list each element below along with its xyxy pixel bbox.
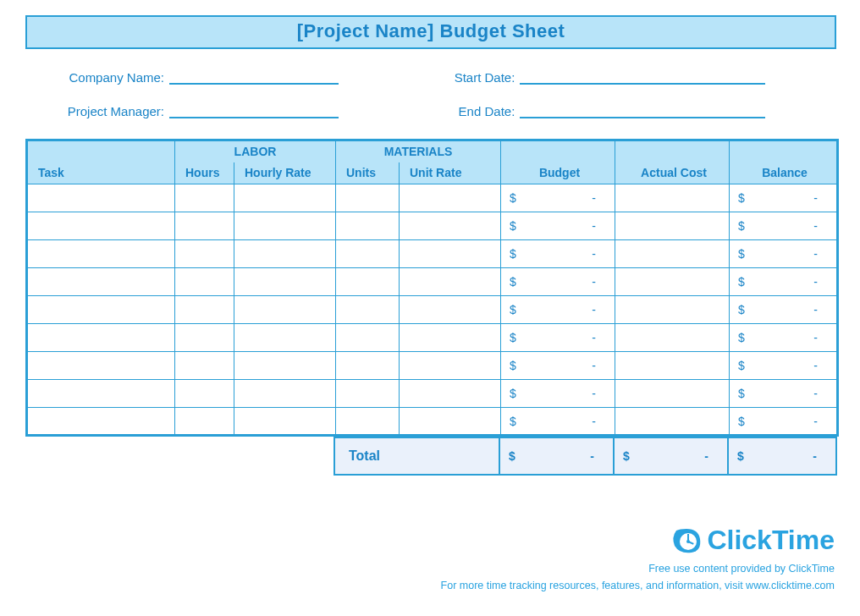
total-actual: $- (614, 437, 728, 475)
cell[interactable]: $- (730, 380, 838, 408)
cell[interactable] (27, 240, 175, 268)
cell[interactable] (615, 380, 730, 408)
actual-cost-header: Actual Cost (615, 162, 730, 184)
cell[interactable] (400, 296, 501, 324)
cell[interactable]: $- (730, 296, 838, 324)
budget-header: Budget (501, 162, 615, 184)
cell[interactable] (234, 212, 336, 240)
cell[interactable]: $- (730, 268, 838, 296)
cell[interactable]: $- (730, 184, 838, 212)
cell[interactable] (400, 352, 501, 380)
cell[interactable]: $- (730, 352, 838, 380)
cell[interactable] (175, 408, 234, 436)
project-manager-input[interactable] (169, 103, 339, 118)
cell[interactable] (27, 324, 175, 352)
table-row: $-$- (27, 184, 838, 212)
cell[interactable]: $- (501, 184, 615, 212)
cell[interactable]: $- (730, 212, 838, 240)
cell[interactable]: $- (730, 408, 838, 436)
table-row: $-$- (27, 296, 838, 324)
cell[interactable] (615, 324, 730, 352)
cell[interactable]: $- (501, 212, 615, 240)
cell[interactable] (336, 184, 400, 212)
cell[interactable] (400, 324, 501, 352)
project-manager-label: Project Manager: (25, 104, 169, 118)
end-date-input[interactable] (520, 103, 765, 118)
cell[interactable] (400, 240, 501, 268)
cell[interactable]: $- (501, 268, 615, 296)
materials-header: MATERIALS (336, 140, 501, 162)
total-balance: $- (728, 437, 836, 475)
unit-rate-header: Unit Rate (400, 162, 501, 184)
cell[interactable] (615, 352, 730, 380)
cell[interactable] (175, 268, 234, 296)
cell[interactable] (615, 408, 730, 436)
footer-line-2: For more time tracking resources, featur… (441, 580, 835, 591)
cell[interactable] (336, 324, 400, 352)
cell[interactable] (175, 352, 234, 380)
cell[interactable] (336, 268, 400, 296)
cell[interactable]: $- (501, 324, 615, 352)
cell[interactable] (400, 184, 501, 212)
cell[interactable]: $- (501, 352, 615, 380)
cell[interactable] (175, 324, 234, 352)
cell[interactable] (615, 240, 730, 268)
cell[interactable] (336, 408, 400, 436)
task-header: Task (27, 162, 175, 184)
cell[interactable] (234, 240, 336, 268)
cell[interactable]: $- (501, 240, 615, 268)
cell[interactable] (234, 268, 336, 296)
labor-header: LABOR (175, 140, 336, 162)
cell[interactable] (175, 380, 234, 408)
cell[interactable] (400, 408, 501, 436)
start-date-input[interactable] (520, 69, 765, 85)
footer: ClickTime Free use content provided by C… (441, 525, 835, 591)
company-name-input[interactable] (169, 69, 339, 85)
cell[interactable] (234, 184, 336, 212)
title-bar: [Project Name] Budget Sheet (25, 15, 836, 49)
cell[interactable] (336, 296, 400, 324)
cell[interactable] (400, 380, 501, 408)
cell[interactable] (336, 240, 400, 268)
cell[interactable] (175, 240, 234, 268)
table-row: $-$- (27, 352, 838, 380)
cell[interactable]: $- (501, 380, 615, 408)
company-name-label: Company Name: (25, 70, 169, 85)
table-row: $-$- (27, 408, 838, 436)
cell[interactable] (615, 296, 730, 324)
total-budget: $- (499, 437, 614, 475)
cell[interactable] (615, 212, 730, 240)
clicktime-logo: ClickTime (671, 525, 835, 556)
cell[interactable] (234, 296, 336, 324)
clock-icon (671, 527, 702, 554)
cell[interactable]: $- (730, 324, 838, 352)
cell[interactable] (175, 296, 234, 324)
table-row: $-$- (27, 324, 838, 352)
cell[interactable]: $- (501, 296, 615, 324)
footer-line-1: Free use content provided by ClickTime (441, 563, 835, 575)
cell[interactable] (27, 352, 175, 380)
cell[interactable] (27, 408, 175, 436)
cell[interactable] (175, 212, 234, 240)
cell[interactable] (27, 268, 175, 296)
cell[interactable] (336, 352, 400, 380)
cell[interactable] (27, 184, 175, 212)
cell[interactable] (234, 324, 336, 352)
cell[interactable] (336, 380, 400, 408)
cell[interactable] (234, 352, 336, 380)
cell[interactable] (175, 184, 234, 212)
cell[interactable] (400, 212, 501, 240)
cell[interactable] (615, 184, 730, 212)
cell[interactable] (27, 296, 175, 324)
cell[interactable]: $- (730, 240, 838, 268)
svg-rect-2 (687, 534, 689, 542)
cell[interactable] (27, 380, 175, 408)
cell[interactable] (234, 380, 336, 408)
cell[interactable] (400, 268, 501, 296)
cell[interactable] (234, 408, 336, 436)
cell[interactable] (336, 212, 400, 240)
cell[interactable]: $- (501, 408, 615, 436)
cell[interactable] (27, 212, 175, 240)
table-row: $-$- (27, 212, 838, 240)
cell[interactable] (615, 268, 730, 296)
